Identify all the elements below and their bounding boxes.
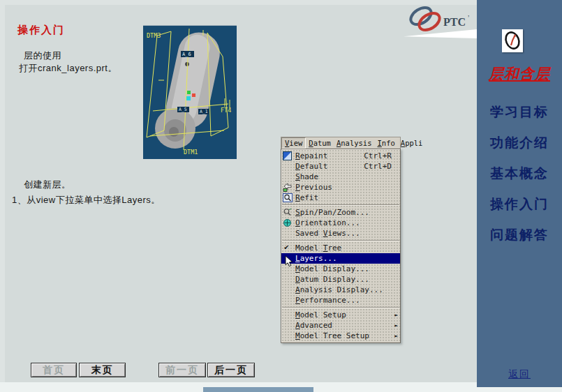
paragraph-step1: 1、从view下拉菜单中选择Layers。 xyxy=(12,194,161,206)
submenu-arrow-icon: ► xyxy=(394,312,398,318)
axis-tag-label: A_6 xyxy=(182,52,191,57)
menu-item-label: Repaint xyxy=(295,151,327,160)
prev-page-button[interactable]: 前一页 xyxy=(158,363,206,377)
svg-text:’: ’ xyxy=(468,15,469,22)
menu-item-shortcut: Ctrl+D xyxy=(364,162,397,171)
menu-item-label: Advanced xyxy=(295,321,332,330)
cad-model-image: A_6 A_5 A_1 DTM3 FT4 DTM1 xyxy=(143,25,237,158)
menu-item-datum-display[interactable]: Datum Display... xyxy=(281,274,400,285)
menu-item-label: Spin/Pan/Zoom... xyxy=(295,208,369,217)
back-link[interactable]: 返回 xyxy=(477,368,562,381)
csys-marker-red xyxy=(192,93,195,97)
chapter-swirl-icon xyxy=(502,29,523,52)
menu-item-layers[interactable]: Layers... xyxy=(281,253,400,264)
next-page-button[interactable]: 后一页 xyxy=(207,363,255,377)
submenu-arrow-icon: ► xyxy=(394,322,398,329)
menu-item-spin-pan-zoom[interactable]: Spin/Pan/Zoom... xyxy=(281,207,400,218)
axis-tag-label: A_1 xyxy=(200,109,208,114)
menu-item-model-display[interactable]: Model Display... xyxy=(281,264,400,274)
axis-tag: A_5 xyxy=(177,107,189,112)
spin-pan-zoom-icon xyxy=(283,208,294,217)
sidebar-item-[interactable]: 操作入门 xyxy=(477,197,562,211)
menu-item-model-setup[interactable]: Model Setup► xyxy=(281,310,400,320)
orientation-icon xyxy=(283,218,294,227)
menu-item-default[interactable]: DefaultCtrl+D xyxy=(281,161,400,172)
sidebar: 层和含层 学习目标功能介绍基本概念操作入门问题解答 返回 xyxy=(477,0,562,387)
menu-item-performance[interactable]: Performance... xyxy=(281,295,400,306)
paragraph-layer-usage: 层的使用 xyxy=(24,50,61,62)
menu-item-label: Model Display... xyxy=(295,264,369,273)
menubar-item-info[interactable]: Info xyxy=(375,138,398,148)
menu-item-previous[interactable]: Previous xyxy=(281,182,400,193)
menu-item-label: Saved Views... xyxy=(295,229,360,238)
view-dropdown-menu: RepaintCtrl+RDefaultCtrl+DShadePreviousR… xyxy=(281,149,401,343)
chapter-title: 层和含层 xyxy=(477,64,562,84)
csys-marker-green xyxy=(187,91,191,94)
datum-label-ft4: FT4 xyxy=(221,107,231,114)
previous-icon xyxy=(283,183,294,192)
menu-item-shortcut: Ctrl+R xyxy=(364,151,397,160)
paragraph-create-layer: 创建新层。 xyxy=(24,179,71,191)
menubar-item-appli[interactable]: Appli xyxy=(398,138,426,148)
menu-item-saved-views[interactable]: Saved Views... xyxy=(281,228,400,239)
sidebar-item-[interactable]: 基本概念 xyxy=(477,166,562,181)
ptc-logo-text: PTC xyxy=(443,16,466,28)
menu-item-label: Layers... xyxy=(295,254,337,263)
menu-item-label: Shade xyxy=(295,172,318,181)
menu-item-label: Default xyxy=(295,162,327,171)
menu-item-label: Refit xyxy=(295,193,318,202)
left-edge-strip xyxy=(0,0,5,382)
menu-item-label: Analysis Display... xyxy=(295,285,383,294)
menu-item-refit[interactable]: Refit xyxy=(281,193,400,203)
refit-icon xyxy=(283,193,294,202)
menu-item-label: Previous xyxy=(295,183,332,192)
tutorial-page: PTC ’ 操作入门 层的使用 打开crank_layers.prt。 创建新层… xyxy=(0,0,562,392)
repaint-icon xyxy=(283,151,294,160)
first-page-button[interactable]: 首页 xyxy=(31,363,77,377)
view-menu-screenshot: ViewDatumAnalysisInfoAppli RepaintCtrl+R… xyxy=(281,137,401,343)
menu-item-label: Datum Display... xyxy=(295,275,369,284)
menu-item-repaint[interactable]: RepaintCtrl+R xyxy=(281,151,400,161)
menubar-item-datum[interactable]: Datum xyxy=(306,138,334,148)
sidebar-item-[interactable]: 功能介绍 xyxy=(477,135,562,150)
horizontal-scrollbar-thumb[interactable] xyxy=(203,387,313,392)
axis-tag: A_6 xyxy=(181,51,194,57)
menu-item-model-tree[interactable]: ✔Model Tree xyxy=(281,243,400,253)
sidebar-nav: 学习目标功能介绍基本概念操作入门问题解答 xyxy=(477,105,562,242)
datum-label-dtm3: DTM3 xyxy=(147,32,161,39)
ptc-logo-icon: PTC ’ xyxy=(400,3,477,34)
menu-item-shade[interactable]: Shade xyxy=(281,172,400,182)
menu-item-label: Model Tree xyxy=(295,243,341,252)
section-title: 操作入门 xyxy=(17,24,65,37)
menu-item-label: Orientation... xyxy=(295,218,360,227)
sidebar-item-[interactable]: 问题解答 xyxy=(477,227,562,242)
sidebar-item-[interactable]: 学习目标 xyxy=(477,105,562,119)
menu-item-orientation[interactable]: Orientation... xyxy=(281,218,400,228)
check-mark-icon: ✔ xyxy=(284,243,289,252)
datum-label-dtm1: DTM1 xyxy=(184,149,198,156)
menu-item-model-tree-setup[interactable]: Model Tree Setup► xyxy=(281,331,400,341)
submenu-arrow-icon: ► xyxy=(394,333,398,339)
last-page-button[interactable]: 末页 xyxy=(79,363,126,377)
csys-marker-cyan xyxy=(186,96,191,100)
axis-tag: A_1 xyxy=(198,109,209,114)
menu-bar: ViewDatumAnalysisInfoAppli xyxy=(281,137,401,149)
menu-item-label: Model Setup xyxy=(295,310,346,319)
menu-item-advanced[interactable]: Advanced► xyxy=(281,320,400,331)
axis-tag-label: A_5 xyxy=(179,107,187,112)
menu-item-label: Performance... xyxy=(295,296,360,305)
menubar-item-analysis[interactable]: Analysis xyxy=(334,138,375,148)
mouse-cursor-icon xyxy=(285,255,293,269)
menu-item-analysis-display[interactable]: Analysis Display... xyxy=(281,285,400,295)
menu-item-label: Model Tree Setup xyxy=(295,331,369,340)
paragraph-open-file: 打开crank_layers.prt。 xyxy=(19,62,117,75)
menubar-item-view[interactable]: View xyxy=(281,137,306,149)
